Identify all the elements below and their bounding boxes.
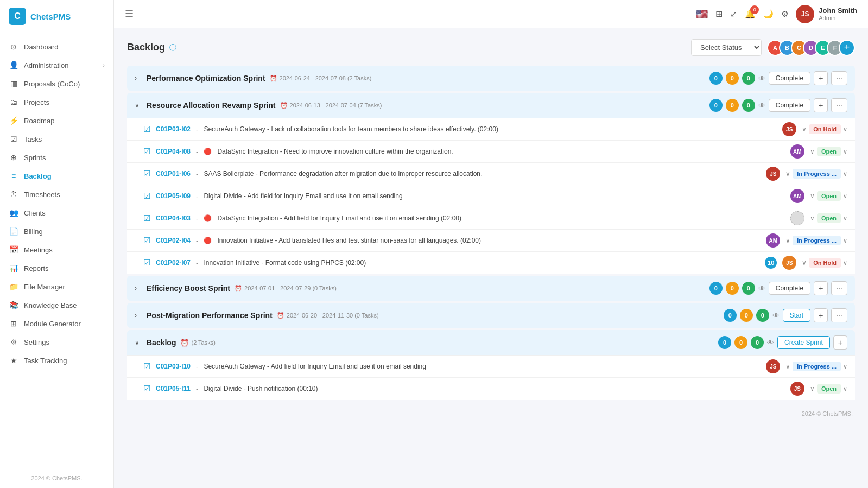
sidebar-item-roadmap[interactable]: ⚡ Roadmap — [0, 111, 113, 130]
sprint-more-btn-sprint3[interactable]: ··· — [831, 281, 847, 295]
apps-icon[interactable]: ⊞ — [715, 9, 723, 19]
task-status-badge-C01P04-I08: Open — [817, 147, 841, 156]
sprint-meta-sprint2: ⏰ 2024-06-13 - 2024-07-04 (7 Tasks) — [280, 102, 382, 109]
notification-icon[interactable]: 🔔 0 — [745, 9, 756, 19]
roadmap-nav-label: Roadmap — [24, 117, 54, 125]
task-status-dropdown-C01P05-I11[interactable]: ∨ — [843, 385, 847, 392]
flag-icon[interactable]: 🇺🇸 — [696, 8, 708, 20]
sidebar-item-sprints[interactable]: ⊕ Sprints — [0, 148, 113, 167]
sprint-header-sprint2[interactable]: ∨ Resource Allocation Revamp Sprint ⏰ 20… — [127, 93, 855, 118]
sprint-header-sprint1[interactable]: › Performance Optimization Sprint ⏰ 2024… — [127, 66, 855, 91]
task-id-C01P04-I08[interactable]: C01P04-I08 — [156, 148, 191, 155]
task-check-C01P04-I08[interactable]: ☑ — [143, 147, 150, 156]
sidebar-logo[interactable]: C ChetsPMS — [0, 0, 113, 33]
sprint-header-backlog-section[interactable]: ∨ Backlog ⏰ (2 Tasks) 0 0 0 👁 Create Spr… — [127, 330, 855, 355]
sprint-action-btn-sprint3[interactable]: Complete — [769, 282, 810, 295]
sidebar-item-meetings[interactable]: 📅 Meetings — [0, 240, 113, 259]
sprint-add-task-btn-sprint4[interactable]: + — [814, 308, 828, 322]
task-chevron-btn-C01P01-I06[interactable]: ∨ — [785, 170, 790, 178]
content-footer: 2024 © ChetsPMS. — [127, 402, 855, 419]
task-status-dropdown-C01P04-I08[interactable]: ∨ — [843, 148, 847, 155]
task-status-dropdown-C01P01-I06[interactable]: ∨ — [843, 170, 847, 178]
menu-toggle-icon[interactable]: ☰ — [125, 8, 134, 20]
sidebar-item-file-manager[interactable]: 📁 File Manager — [0, 277, 113, 296]
sprint-name-sprint4: Post-Migration Performance Sprint — [147, 311, 273, 320]
task-chevron-btn-C01P03-I02[interactable]: ∨ — [802, 125, 807, 133]
sprint-add-task-btn-sprint1[interactable]: + — [814, 71, 828, 85]
badge-green-sprint1: 0 — [742, 72, 755, 85]
sprint-more-btn-sprint4[interactable]: ··· — [831, 308, 847, 322]
task-id-C01P02-I04[interactable]: C01P02-I04 — [156, 237, 191, 244]
sidebar-item-timesheets[interactable]: ⏱ Timesheets — [0, 185, 113, 204]
task-status-dropdown-C01P05-I09[interactable]: ∨ — [843, 193, 847, 200]
task-status-dropdown-C01P02-I07[interactable]: ∨ — [843, 259, 847, 267]
sidebar-item-task-tracking[interactable]: ★ Task Tracking — [0, 351, 113, 370]
task-status-dropdown-C01P03-I10[interactable]: ∨ — [843, 363, 847, 370]
task-check-C01P04-I03[interactable]: ☑ — [143, 213, 150, 223]
task-check-C01P05-I09[interactable]: ☑ — [143, 191, 150, 201]
sprint-header-sprint4[interactable]: › Post-Migration Performance Sprint ⏰ 20… — [127, 303, 855, 328]
task-id-C01P03-I02[interactable]: C01P03-I02 — [156, 125, 191, 133]
task-check-C01P05-I11[interactable]: ☑ — [143, 384, 150, 394]
task-check-C01P01-I06[interactable]: ☑ — [143, 169, 150, 179]
task-status-dropdown-C01P02-I04[interactable]: ∨ — [843, 237, 847, 244]
sidebar-item-reports[interactable]: 📊 Reports — [0, 259, 113, 277]
task-check-C01P02-I07[interactable]: ☑ — [143, 258, 150, 268]
sidebar-item-dashboard[interactable]: ⊙ Dashboard — [0, 37, 113, 56]
sprint-action-btn-sprint1[interactable]: Complete — [769, 72, 810, 85]
task-chevron-btn-C01P02-I07[interactable]: ∨ — [802, 259, 807, 267]
task-chevron-btn-C01P04-I08[interactable]: ∨ — [810, 148, 815, 155]
task-status-dropdown-C01P03-I02[interactable]: ∨ — [843, 126, 847, 133]
task-chevron-btn-C01P03-I10[interactable]: ∨ — [785, 363, 790, 370]
sprint-header-sprint3[interactable]: › Efficiency Boost Sprint ⏰ 2024-07-01 -… — [127, 276, 855, 301]
sprint-create-extra-btn-backlog-section[interactable]: + — [833, 335, 847, 350]
dark-mode-icon[interactable]: 🌙 — [763, 9, 774, 19]
task-id-C01P01-I06[interactable]: C01P01-I06 — [156, 170, 191, 178]
user-profile-section[interactable]: JS John Smith Admin — [796, 5, 857, 23]
sidebar-item-clients[interactable]: 👥 Clients — [0, 204, 113, 222]
task-id-C01P03-I10[interactable]: C01P03-I10 — [156, 363, 191, 370]
sprint-add-task-btn-sprint3[interactable]: + — [814, 281, 828, 295]
add-member-button[interactable]: + — [839, 40, 855, 56]
task-chevron-btn-C01P05-I11[interactable]: ∨ — [810, 385, 815, 392]
sidebar-item-proposals[interactable]: ▦ Proposals (CoCo) — [0, 74, 113, 93]
task-check-C01P03-I10[interactable]: ☑ — [143, 362, 150, 371]
sidebar-item-tasks[interactable]: ☑ Tasks — [0, 130, 113, 148]
proposals-nav-icon: ▦ — [9, 79, 18, 88]
task-chevron-btn-C01P04-I03[interactable]: ∨ — [810, 214, 815, 222]
sidebar-item-administration[interactable]: 👤 Administration › — [0, 56, 113, 74]
sprint-action-btn-sprint2[interactable]: Complete — [769, 99, 810, 112]
status-select[interactable]: Select Status Open In Progress On Hold C… — [691, 39, 762, 56]
sidebar-item-backlog[interactable]: ≡ Backlog — [0, 167, 113, 185]
task-id-C01P05-I09[interactable]: C01P05-I09 — [156, 192, 191, 200]
settings-icon[interactable]: ⚙ — [781, 9, 788, 19]
sprint-add-task-btn-sprint2[interactable]: + — [814, 98, 828, 112]
task-assignee-C01P03-I10: JS — [766, 359, 780, 373]
sprint-action-btn-backlog-section[interactable]: Create Sprint — [777, 336, 830, 349]
task-check-C01P03-I02[interactable]: ☑ — [143, 124, 150, 134]
task-id-C01P02-I07[interactable]: C01P02-I07 — [156, 259, 191, 267]
task-chevron-btn-C01P05-I09[interactable]: ∨ — [810, 192, 815, 200]
sidebar-item-knowledge-base[interactable]: 📚 Knowledge Base — [0, 296, 113, 314]
sprint-action-btn-sprint4[interactable]: Start — [783, 309, 810, 322]
sprint-eye-icon-sprint1[interactable]: 👁 — [758, 74, 765, 83]
sidebar-item-projects[interactable]: 🗂 Projects — [0, 93, 113, 111]
sprint-eye-icon-sprint3[interactable]: 👁 — [758, 284, 765, 293]
sidebar-item-settings[interactable]: ⚙ Settings — [0, 333, 113, 351]
sidebar-item-billing[interactable]: 📄 Billing — [0, 222, 113, 240]
fullscreen-icon[interactable]: ⤢ — [730, 9, 737, 19]
task-status-dropdown-C01P04-I03[interactable]: ∨ — [843, 215, 847, 222]
task-actions-C01P02-I04: ∨ In Progress ... ∨ — [785, 236, 847, 245]
sprint-eye-icon-backlog-section[interactable]: 👁 — [767, 339, 774, 347]
sprint-more-btn-sprint2[interactable]: ··· — [831, 98, 847, 112]
badge-blue-sprint3: 0 — [709, 282, 723, 295]
page-info-icon[interactable]: ⓘ — [169, 43, 176, 53]
sprint-eye-icon-sprint2[interactable]: 👁 — [758, 102, 765, 110]
sprint-more-btn-sprint1[interactable]: ··· — [831, 71, 847, 85]
sidebar-item-module-generator[interactable]: ⊞ Module Generator — [0, 314, 113, 333]
sprint-eye-icon-sprint4[interactable]: 👁 — [772, 312, 780, 320]
task-chevron-btn-C01P02-I04[interactable]: ∨ — [785, 237, 790, 244]
task-id-C01P05-I11[interactable]: C01P05-I11 — [156, 385, 191, 392]
task-id-C01P04-I03[interactable]: C01P04-I03 — [156, 214, 191, 222]
task-check-C01P02-I04[interactable]: ☑ — [143, 236, 150, 245]
